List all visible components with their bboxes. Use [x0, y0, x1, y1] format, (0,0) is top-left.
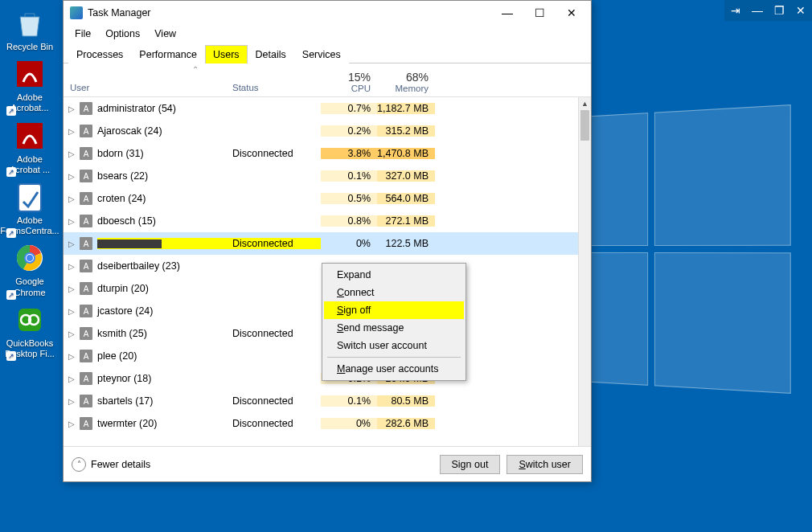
table-row[interactable]: ▷ A bsears (22) 0.1%327.0 MB	[64, 165, 578, 187]
quickbooks-icon[interactable]: QuickBooks Desktop Fi...	[5, 303, 55, 359]
table-row[interactable]: ▷ A twermter (20) Disconnected 0%282.6 M…	[64, 412, 578, 435]
menu-item-manage-user-accounts[interactable]: Manage user accounts	[324, 360, 464, 378]
tab-performance[interactable]: Performance	[131, 45, 205, 63]
menu-file[interactable]: File	[68, 27, 97, 41]
cell-cpu: 0.8%	[321, 215, 377, 227]
table-row[interactable]: ▷ A bdorn (31) Disconnected 3.8%1,470.8 …	[64, 142, 578, 165]
tab-services[interactable]: Services	[294, 45, 349, 63]
cell-username: dseibertbailey (23)	[97, 260, 232, 272]
adobe-formscentral-icon[interactable]: Adobe FormsCentra...	[5, 180, 55, 236]
google-chrome-icon[interactable]: Google Chrome	[5, 241, 55, 297]
window-title: Task Manager	[88, 7, 491, 18]
user-icon: A	[80, 305, 92, 317]
svg-rect-2	[18, 184, 41, 211]
fewer-details-toggle[interactable]: ˄ Fewer details	[72, 457, 150, 472]
menu-item-connect[interactable]: Connect	[324, 284, 464, 301]
scrollbar[interactable]: ▲	[578, 97, 591, 446]
desktop-icons: Recycle Bin Adobe Acrobat... Adobe Acrob…	[5, 6, 55, 359]
expand-icon[interactable]: ▷	[64, 127, 80, 136]
header-status[interactable]: Status	[232, 82, 321, 93]
expand-icon[interactable]: ▷	[64, 419, 80, 428]
menu-separator	[327, 357, 461, 358]
expand-icon[interactable]: ▷	[64, 262, 80, 271]
user-icon: A	[80, 260, 92, 272]
table-row[interactable]: ▷ A plee (20)	[64, 345, 578, 367]
menu-item-sign-off[interactable]: Sign off	[324, 301, 464, 319]
user-icon: A	[80, 350, 92, 362]
header-cpu[interactable]: 15% CPU	[321, 71, 377, 93]
expand-icon[interactable]: ▷	[64, 374, 80, 383]
expand-icon[interactable]: ▷	[64, 172, 80, 181]
cell-status: Disconnected	[232, 148, 321, 159]
table-rows: ▷ A administrator (54) 0.7%1,182.7 MB ▷ …	[64, 97, 578, 446]
pin-icon[interactable]: ⇥	[731, 4, 740, 17]
scroll-up-icon[interactable]: ▲	[579, 97, 591, 110]
maximize-button[interactable]: ☐	[523, 2, 556, 23]
expand-icon[interactable]: ▷	[64, 397, 80, 406]
table-row[interactable]: ▷ A ksmith (25) Disconnected	[64, 322, 578, 345]
sign-out-button[interactable]: Sign out	[440, 455, 501, 474]
close-button[interactable]: ✕	[556, 2, 588, 23]
minimize-button[interactable]: —	[491, 2, 523, 23]
expand-icon[interactable]: ▷	[64, 149, 80, 158]
adobe-acrobat-icon[interactable]: Adobe Acrobat...	[5, 57, 55, 113]
table-row[interactable]: ▷ A pteynor (18) 0.1%204.9 MB	[64, 367, 578, 390]
expand-icon[interactable]: ▷	[64, 217, 80, 226]
user-icon: A	[80, 372, 92, 385]
menu-item-expand[interactable]: Expand	[324, 266, 464, 284]
table-row[interactable]: ▷ A dseibertbailey (23)	[64, 255, 578, 277]
switch-user-button[interactable]: Switch user	[506, 455, 583, 474]
minimize-icon[interactable]: —	[752, 4, 763, 17]
table-row[interactable]: ▷ A administrator (54) 0.7%1,182.7 MB	[64, 97, 578, 120]
expand-icon[interactable]: ▷	[64, 239, 80, 248]
menu-options[interactable]: Options	[99, 27, 146, 41]
cell-cpu: 0.1%	[321, 170, 377, 182]
adobe-acrobat-icon-2[interactable]: Adobe Acrobat ...	[5, 119, 55, 175]
maximize-icon[interactable]: ❐	[774, 4, 785, 17]
titlebar[interactable]: Task Manager — ☐ ✕	[64, 1, 591, 25]
cell-memory: 80.5 MB	[377, 395, 435, 407]
table-row[interactable]: ▷ A croten (24) 0.5%564.0 MB	[64, 187, 578, 210]
tab-users[interactable]: Users	[205, 45, 248, 63]
scroll-thumb[interactable]	[580, 110, 589, 141]
table-row[interactable]: ▷ A Disconnected 0%122.5 MB	[64, 232, 578, 255]
user-icon: A	[80, 327, 92, 340]
cell-memory: 122.5 MB	[377, 238, 435, 249]
cell-status: Disconnected	[232, 418, 321, 429]
expand-icon[interactable]: ▷	[64, 307, 80, 316]
cell-username: croten (24)	[97, 193, 232, 204]
table-row[interactable]: ▷ A jcastore (24)	[64, 300, 578, 322]
table-row[interactable]: ▷ A sbartels (17) Disconnected 0.1%80.5 …	[64, 390, 578, 412]
cell-cpu: 0%	[321, 418, 377, 429]
cell-memory: 282.6 MB	[377, 418, 435, 429]
cell-memory: 1,470.8 MB	[377, 148, 435, 159]
expand-icon[interactable]: ▷	[64, 352, 80, 361]
user-icon: A	[80, 102, 92, 115]
tab-processes[interactable]: Processes	[68, 45, 131, 63]
header-memory[interactable]: 68% Memory	[377, 71, 435, 93]
expand-icon[interactable]: ▷	[64, 329, 80, 338]
menu-item-switch-user-account[interactable]: Switch user account	[324, 337, 464, 354]
user-icon: A	[80, 192, 92, 205]
recycle-bin-icon[interactable]: Recycle Bin	[5, 6, 55, 52]
expand-icon[interactable]: ▷	[64, 104, 80, 113]
tab-bar: Processes Performance Users Details Serv…	[64, 43, 591, 63]
menu-item-send-message[interactable]: Send message	[324, 319, 464, 337]
table-headers: User Status 15% CPU 68% Memory	[64, 63, 591, 97]
close-icon[interactable]: ✕	[796, 4, 806, 17]
user-icon: A	[80, 215, 92, 227]
task-manager-icon	[70, 6, 83, 19]
cell-username: dturpin (20)	[97, 283, 232, 294]
tab-details[interactable]: Details	[248, 45, 294, 63]
context-menu: ExpandConnectSign offSend messageSwitch …	[322, 263, 466, 381]
cell-username: bdorn (31)	[97, 148, 232, 159]
table-row[interactable]: ▷ A Ajaroscak (24) 0.2%315.2 MB	[64, 120, 578, 142]
cell-username: ksmith (25)	[97, 328, 232, 339]
table-row[interactable]: ▷ A dturpin (20)	[64, 277, 578, 300]
user-icon: A	[80, 282, 92, 295]
header-user[interactable]: User	[64, 82, 232, 93]
expand-icon[interactable]: ▷	[64, 284, 80, 293]
expand-icon[interactable]: ▷	[64, 194, 80, 203]
table-row[interactable]: ▷ A dboesch (15) 0.8%272.1 MB	[64, 210, 578, 232]
menu-view[interactable]: View	[148, 27, 182, 41]
